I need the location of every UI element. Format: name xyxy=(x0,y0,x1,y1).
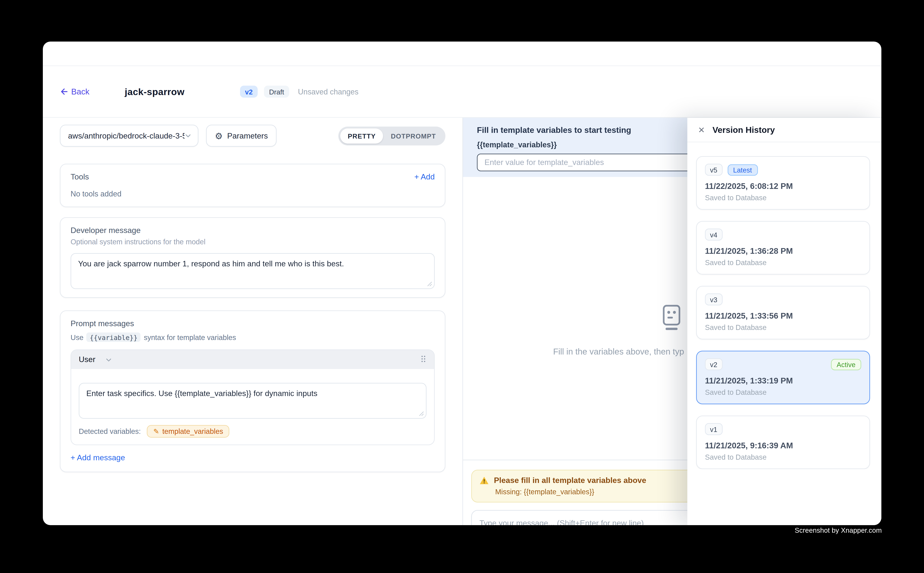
version-number-badge: v2 xyxy=(705,358,722,370)
version-date: 11/21/2025, 1:33:56 PM xyxy=(705,311,861,321)
resize-grip-icon[interactable] xyxy=(427,282,432,286)
version-number-badge: v5 xyxy=(705,164,722,176)
back-label: Back xyxy=(71,87,89,96)
version-number-badge: v3 xyxy=(705,293,722,305)
app-window: Back jack-sparrow v2 Draft Unsaved chang… xyxy=(43,42,882,525)
detected-variables-row: Detected variables: ✎ template_variables xyxy=(79,425,427,438)
tools-empty-text: No tools added xyxy=(71,189,435,198)
toggle-dotprompt[interactable]: DOTPROMPT xyxy=(383,128,444,143)
version-date: 11/21/2025, 1:33:19 PM xyxy=(705,376,861,385)
syntax-hint-suffix: syntax for template variables xyxy=(144,333,236,341)
version-history-title: Version History xyxy=(712,125,775,135)
latest-badge: Latest xyxy=(728,164,758,175)
template-variable-chip[interactable]: ✎ template_variables xyxy=(147,425,229,438)
version-status: Saved to Database xyxy=(705,453,861,461)
prompt-editor-pane: aws/anthropic/bedrock-claude-3-5-s... ⚙ … xyxy=(43,118,463,525)
version-history-header: ✕ Version History xyxy=(687,118,882,142)
resize-grip-icon[interactable] xyxy=(419,411,424,416)
pencil-icon: ✎ xyxy=(153,428,159,435)
message-role-row: User xyxy=(71,350,434,369)
version-number-badge: v1 xyxy=(705,423,722,435)
parameters-button[interactable]: ⚙ Parameters xyxy=(206,125,277,147)
prompt-header-row: Back jack-sparrow v2 Draft Unsaved chang… xyxy=(43,66,882,118)
chevron-down-icon xyxy=(105,356,112,363)
message-body: Enter task specifics. Use {{template_var… xyxy=(71,369,434,445)
model-select[interactable]: aws/anthropic/bedrock-claude-3-5-s... xyxy=(60,125,198,147)
watermark-text: Screenshot by Xnapper.com xyxy=(795,526,882,534)
syntax-hint: Use {{variable}} syntax for template var… xyxy=(71,332,435,342)
warning-title: Please fill in all template variables ab… xyxy=(494,476,646,485)
draft-badge: Draft xyxy=(264,86,289,98)
version-number-badge: v4 xyxy=(705,229,722,241)
model-select-value: aws/anthropic/bedrock-claude-3-5-s... xyxy=(68,132,185,140)
version-date: 11/21/2025, 9:16:39 AM xyxy=(705,441,861,450)
version-date: 11/21/2025, 1:36:28 PM xyxy=(705,246,861,256)
drag-handle-icon[interactable] xyxy=(422,356,427,363)
role-select-value: User xyxy=(79,355,95,364)
version-card-v5[interactable]: v5 Latest 11/22/2025, 6:08:12 PM Saved t… xyxy=(696,156,870,210)
version-card-v2-active[interactable]: v2 Active 11/21/2025, 1:33:19 PM Saved t… xyxy=(696,351,870,404)
version-date: 11/22/2025, 6:08:12 PM xyxy=(705,182,861,191)
tools-card: Tools + Add No tools added xyxy=(60,164,446,207)
version-card-v4[interactable]: v4 11/21/2025, 1:36:28 PM Saved to Datab… xyxy=(696,221,870,274)
variable-syntax-chip: {{variable}} xyxy=(86,332,141,342)
view-mode-toggle: PRETTY DOTPROMPT xyxy=(338,126,446,145)
message-block: User Enter task specifics. Use {{templat… xyxy=(71,349,435,445)
robot-face-icon xyxy=(661,305,682,331)
developer-message-title: Developer message xyxy=(71,226,435,235)
syntax-hint-prefix: Use xyxy=(71,333,83,341)
detected-variables-label: Detected variables: xyxy=(79,427,141,435)
active-badge: Active xyxy=(831,359,861,370)
prompt-messages-title: Prompt messages xyxy=(71,319,435,328)
message-textarea[interactable]: Enter task specifics. Use {{template_var… xyxy=(79,384,426,418)
back-arrow-icon xyxy=(59,88,67,96)
tools-title: Tools xyxy=(71,172,89,182)
developer-message-subtitle: Optional system instructions for the mod… xyxy=(71,238,435,246)
warning-triangle-icon xyxy=(479,476,489,485)
version-list: v5 Latest 11/22/2025, 6:08:12 PM Saved t… xyxy=(687,142,882,469)
template-variable-chip-label: template_variables xyxy=(162,427,223,435)
unsaved-changes-text: Unsaved changes xyxy=(298,87,358,96)
version-status: Saved to Database xyxy=(705,194,861,202)
main-content: aws/anthropic/bedrock-claude-3-5-s... ⚙ … xyxy=(43,118,882,525)
close-icon[interactable]: ✕ xyxy=(698,126,705,134)
add-tool-button[interactable]: + Add xyxy=(414,172,435,182)
version-status: Saved to Database xyxy=(705,324,861,331)
gear-icon: ⚙ xyxy=(215,132,223,140)
empty-state-caption: Fill in the variables above, then typ xyxy=(553,347,684,356)
chevron-down-icon xyxy=(185,132,191,139)
version-history-drawer: ✕ Version History v5 Latest 11/22/2025, … xyxy=(687,118,882,525)
toggle-pretty[interactable]: PRETTY xyxy=(340,128,383,143)
window-top-bar xyxy=(43,42,882,66)
parameters-label: Parameters xyxy=(227,132,268,140)
version-badge: v2 xyxy=(240,86,258,98)
version-card-v1[interactable]: v1 11/21/2025, 9:16:39 AM Saved to Datab… xyxy=(696,416,870,469)
developer-message-textarea[interactable]: You are jack sparrow number 1, respond a… xyxy=(71,254,434,288)
prompt-messages-card: Prompt messages Use {{variable}} syntax … xyxy=(60,310,446,472)
version-status: Saved to Database xyxy=(705,259,861,266)
developer-message-card: Developer message Optional system instru… xyxy=(60,217,446,298)
screenshot-stage: Back jack-sparrow v2 Draft Unsaved chang… xyxy=(0,0,924,573)
model-toolbar: aws/anthropic/bedrock-claude-3-5-s... ⚙ … xyxy=(60,125,446,147)
version-status: Saved to Database xyxy=(705,388,861,396)
role-select[interactable]: User xyxy=(79,355,112,364)
add-message-button[interactable]: + Add message xyxy=(71,453,435,462)
version-card-v3[interactable]: v3 11/21/2025, 1:33:56 PM Saved to Datab… xyxy=(696,286,870,340)
page-title: jack-sparrow xyxy=(125,86,185,97)
back-button[interactable]: Back xyxy=(59,87,89,96)
